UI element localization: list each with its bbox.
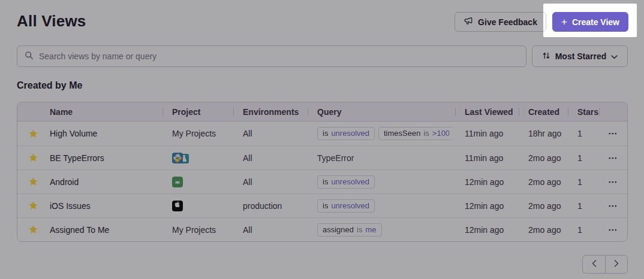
python-icon — [172, 153, 183, 163]
views-table: NameProjectEnvironmentsQueryLast ViewedC… — [17, 102, 628, 242]
android-icon — [172, 177, 183, 187]
project-cell: My Projects — [162, 129, 233, 138]
star-icon[interactable] — [17, 177, 49, 187]
query-cell: TypeError — [308, 153, 455, 163]
header-actions: Give Feedback + Create View — [455, 12, 628, 32]
project-cell — [162, 176, 233, 188]
created-cell: 18hr ago — [519, 129, 568, 138]
star-icon[interactable] — [17, 129, 49, 139]
page-title: All Views — [17, 12, 86, 31]
last-viewed-cell: 11min ago — [455, 129, 519, 138]
created-cell: 2mo ago — [519, 177, 568, 187]
last-viewed-cell: 12min ago — [455, 201, 519, 211]
next-page-button[interactable] — [605, 255, 628, 274]
column-header-query: Query — [308, 102, 455, 122]
table-row: BE TypeErrorsAllTypeError11min ago2mo ag… — [17, 145, 627, 169]
created-cell: 2mo ago — [519, 225, 568, 235]
column-header-name: Name — [49, 102, 162, 122]
table-row: High VolumeMy ProjectsAllisunresolvedtim… — [17, 122, 627, 145]
query-filter-chip: isunresolved — [317, 175, 375, 189]
environments-cell: All — [233, 225, 308, 235]
stars-count-cell: 1 — [568, 225, 599, 235]
view-name-link[interactable]: High Volume — [50, 129, 97, 138]
create-view-label: Create View — [572, 17, 619, 27]
project-cell: My Projects — [162, 225, 233, 235]
view-name-link[interactable]: Android — [50, 177, 79, 187]
view-name-link[interactable]: BE TypeErrors — [50, 153, 104, 163]
last-viewed-cell: 12min ago — [455, 225, 519, 235]
environments-cell: All — [233, 153, 308, 163]
search-box[interactable] — [17, 46, 526, 67]
column-header-created: Created — [519, 102, 568, 122]
all-views-page: All Views Give Feedback + Create View — [0, 0, 644, 279]
query-filter-chip: isunresolved — [317, 127, 375, 140]
environments-cell: All — [233, 129, 308, 138]
table-row: Assigned To MeMy ProjectsAllassignedisme… — [17, 217, 627, 241]
column-header-project: Project — [162, 102, 233, 122]
sort-dropdown[interactable]: Most Starred — [532, 46, 628, 67]
stars-count-cell: 1 — [568, 177, 599, 187]
row-menu-button[interactable]: ⋯ — [599, 201, 627, 211]
star-icon[interactable] — [17, 225, 49, 235]
plus-icon: + — [561, 17, 567, 27]
star-icon[interactable] — [17, 201, 49, 211]
last-viewed-cell: 12min ago — [455, 177, 519, 187]
header-star-spacer — [17, 102, 49, 122]
query-filter-chip: isunresolved — [317, 199, 375, 213]
row-menu-button[interactable]: ⋯ — [599, 177, 627, 187]
stars-count-cell: 1 — [568, 153, 599, 163]
give-feedback-button[interactable]: Give Feedback — [455, 12, 546, 32]
column-header-stars: Stars — [568, 102, 599, 122]
megaphone-icon — [464, 16, 473, 28]
row-menu-button[interactable]: ⋯ — [599, 225, 627, 235]
last-viewed-cell: 11min ago — [455, 153, 519, 163]
stars-count-cell: 1 — [568, 201, 599, 211]
table-row: AndroidAllisunresolved12min ago2mo ago1⋯ — [17, 169, 627, 193]
search-icon — [25, 51, 34, 62]
column-header-environments: Environments — [233, 102, 308, 122]
query-cell: assignedisme — [308, 223, 455, 236]
toolbar: Most Starred — [17, 46, 628, 67]
table-header-row: NameProjectEnvironmentsQueryLast ViewedC… — [17, 102, 627, 122]
sort-arrows-icon — [542, 51, 550, 62]
column-header-last-viewed: Last Viewed — [455, 102, 519, 122]
created-cell: 2mo ago — [519, 153, 568, 163]
environments-cell: All — [233, 177, 308, 187]
create-view-button[interactable]: + Create View — [552, 12, 628, 32]
environments-cell: production — [233, 201, 308, 211]
query-filter-chip: timesSeenis>100 — [378, 127, 455, 140]
chevron-down-icon — [611, 51, 618, 61]
project-cell — [162, 152, 233, 164]
created-cell: 2mo ago — [519, 201, 568, 211]
project-cell — [162, 200, 233, 212]
search-input[interactable] — [39, 51, 519, 61]
view-name-link[interactable]: Assigned To Me — [50, 225, 109, 235]
query-cell: isunresolvedtimesSeenis>100 — [308, 127, 455, 140]
star-icon[interactable] — [17, 153, 49, 163]
header-menu-spacer — [599, 102, 627, 122]
row-menu-button[interactable]: ⋯ — [599, 153, 627, 163]
table-body: High VolumeMy ProjectsAllisunresolvedtim… — [17, 122, 627, 241]
give-feedback-label: Give Feedback — [478, 17, 537, 27]
prev-page-button[interactable] — [582, 255, 605, 274]
row-menu-button[interactable]: ⋯ — [599, 128, 627, 139]
stars-count-cell: 1 — [568, 129, 599, 138]
query-filter-chip: assignedisme — [317, 223, 382, 236]
table-row: iOS Issuesproductionisunresolved12min ag… — [17, 193, 627, 217]
section-title: Created by Me — [17, 80, 82, 91]
sort-label: Most Starred — [555, 51, 607, 61]
chevron-left-icon — [592, 260, 597, 269]
chevron-right-icon — [614, 260, 619, 269]
query-cell: isunresolved — [308, 175, 455, 189]
pagination — [582, 255, 628, 274]
query-cell: isunresolved — [308, 199, 455, 213]
apple-icon — [172, 201, 183, 211]
view-name-link[interactable]: iOS Issues — [50, 201, 91, 211]
